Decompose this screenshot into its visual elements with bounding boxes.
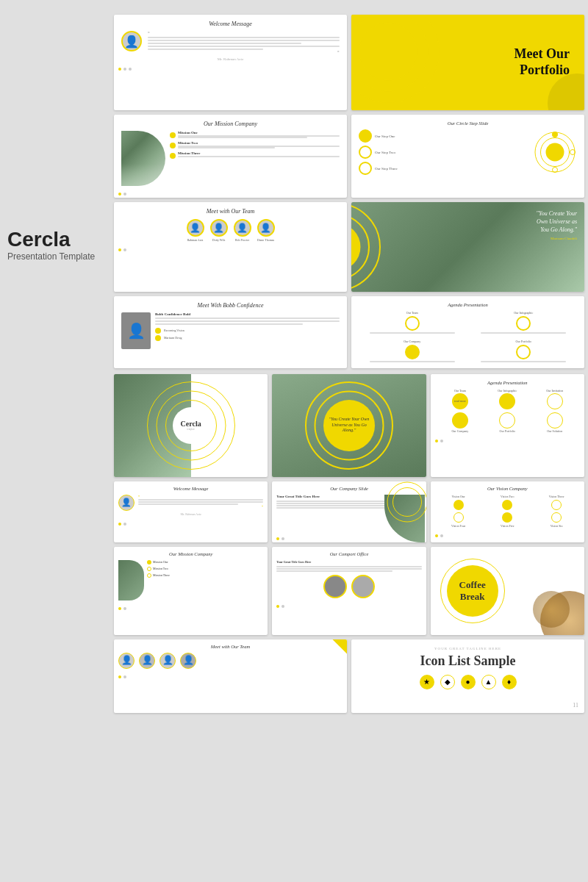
inner-circle xyxy=(546,143,564,162)
mission-dot xyxy=(147,567,151,571)
avatar: 👤 xyxy=(210,219,228,237)
text-line xyxy=(178,137,307,138)
quote-mark-close: ❞ xyxy=(138,505,263,509)
slide-cercla-title[interactable]: Cercla template xyxy=(114,374,268,477)
slide-office[interactable]: Our Comport Office Your Great Title Goes… xyxy=(272,547,426,635)
avatar: 👤 xyxy=(121,31,142,51)
text-line xyxy=(276,505,392,506)
sidebar-title-block: Cercla Presentation Template xyxy=(7,228,114,262)
slide-portfolio-large[interactable]: Meet OurPortfolio xyxy=(351,15,584,110)
vision-label: Vision Five xyxy=(484,524,531,528)
avatar: 👤 xyxy=(257,219,275,237)
slide-coffee-break[interactable]: Coffee Break xyxy=(431,547,584,635)
quote-text: "You Create YourOwn Universe asYou Go Al… xyxy=(359,209,577,234)
slide-title: Our Comport Office xyxy=(276,551,421,556)
agenda-label: Our Team xyxy=(438,389,482,392)
bobb-name: Bobb Confidence Bold xyxy=(155,312,340,316)
team-member: 👤 Dotty Wils xyxy=(210,219,228,242)
team-row: 👤 Rahman Aziz 👤 Dotty Wils 👤 Bob Procter xyxy=(121,219,340,242)
avatar: 👤 xyxy=(139,653,155,669)
slide-mission-sm[interactable]: Our Mission Company Mission One Mission … xyxy=(114,547,268,635)
mission-label: Mission Two xyxy=(153,567,168,570)
slide-welcome-large[interactable]: Welcome Message 👤 ❝ xyxy=(114,15,347,110)
agenda-item: Our Company xyxy=(359,340,466,364)
slide-icon-list[interactable]: YOUR GREAT TAGLINE HERE Icon List Sample… xyxy=(351,639,584,713)
slide-title: Our Vision Company xyxy=(435,486,580,491)
text-line xyxy=(370,332,455,334)
mission-list: Mission One Mission Two Mission Three xyxy=(147,560,263,600)
agenda-circle xyxy=(405,316,420,331)
slide-agenda[interactable]: Agenda Presentation Our Team Our Infogra… xyxy=(351,296,584,368)
vision-label: Vision Four xyxy=(435,524,482,528)
concentric-group: "You Create Your Own Universe as You Go … xyxy=(323,400,375,451)
mission-dot xyxy=(170,153,176,159)
slide-vision[interactable]: Our Vision Company Vision One Vision Two… xyxy=(431,481,584,542)
icon-label: Marisam Desig xyxy=(164,336,182,340)
avatar: 👤 xyxy=(180,653,196,669)
team-member: 👤 Bob Procter xyxy=(234,219,251,242)
step-dot xyxy=(552,167,558,173)
slide-team-sm[interactable]: Meet with Our Team 👤 👤 👤 👤 xyxy=(114,639,347,713)
slide-team[interactable]: Meet with Our Team 👤 Rahman Aziz 👤 Dotty… xyxy=(114,202,347,292)
footer-dot xyxy=(435,440,438,442)
vision-icon xyxy=(453,512,464,523)
ring xyxy=(165,400,217,451)
vision-grid: Vision One Vision Two Vision Three xyxy=(435,495,580,528)
quote-mark-open: ❝ xyxy=(148,31,340,35)
agenda-circle xyxy=(516,345,531,359)
footer-dot xyxy=(276,605,279,608)
slide-bobb[interactable]: Meet With Bobb Confidence 👤 Bobb Confide… xyxy=(114,296,347,368)
agenda-circle-filled xyxy=(405,345,420,359)
welcome-text-area: ❝ ❞ xyxy=(148,31,340,54)
mission-item: Mission One xyxy=(170,131,340,138)
quote-mark-close: ❞ xyxy=(148,50,340,54)
footer-dot xyxy=(440,534,443,537)
text-lines xyxy=(148,37,340,50)
mission-content: Mission One Mission Two xyxy=(121,131,340,186)
circle-container: Coffee Break xyxy=(440,558,506,624)
footer-dot xyxy=(435,534,438,537)
slide-circle-step[interactable]: Our Circle Step Slide Our Step One Our S… xyxy=(351,115,584,198)
team-member: 👤 xyxy=(139,653,155,669)
slide-footer xyxy=(114,190,347,198)
footer-dot xyxy=(282,605,284,608)
nature-img-sm xyxy=(118,560,144,600)
agenda-label: Our Invitation xyxy=(533,389,577,392)
bobb-icons: Becoming Vision xyxy=(155,328,340,334)
coffee-bg2 xyxy=(533,591,570,628)
mission-content-sm: Mission One Mission Two Mission Three xyxy=(118,560,263,600)
slide-welcome-sm[interactable]: Welcome Message 👤 ❝ ❞ Mr. Rahman Aziz xyxy=(114,481,268,542)
vision-label: Vision Three xyxy=(533,495,580,498)
ring xyxy=(392,487,422,517)
text-line xyxy=(138,501,263,503)
slide-agenda-med[interactable]: Agenda Presentation Our Team read more xyxy=(431,374,584,477)
vision-item: Vision Four xyxy=(435,512,482,528)
footer-dot xyxy=(118,675,121,678)
slide-title: Meet With Bobb Confidence xyxy=(121,302,340,309)
slide-company[interactable]: Our Company Slide Your Great Title Goes … xyxy=(272,481,426,542)
mission-text: Mission Three xyxy=(178,151,340,157)
step-dot xyxy=(552,132,558,137)
vision-item: Vision One xyxy=(435,495,482,510)
mission-item: Mission Two xyxy=(170,141,340,148)
slide-footer xyxy=(114,520,268,528)
company-content: Your Great Title Goes Here xyxy=(276,495,421,531)
icon-list-content: YOUR GREAT TAGLINE HERE Icon List Sample… xyxy=(351,639,584,697)
slide-footer xyxy=(114,65,347,73)
person-name: Mr. Rahman Aziz xyxy=(121,57,340,61)
slide-footer xyxy=(114,673,347,681)
vision-item: Vision Six xyxy=(533,512,580,528)
slide-quote[interactable]: "You Create YourOwn Universe asYou Go Al… xyxy=(351,202,584,292)
vision-item: Vision Five xyxy=(484,512,531,528)
slide-mission-large[interactable]: Our Mission Company Mission One xyxy=(114,115,347,198)
agenda-item: Our Portfolio xyxy=(470,340,578,364)
welcome-content: 👤 ❝ ❞ xyxy=(118,495,263,511)
footer-dot xyxy=(118,193,121,196)
circle-diagram xyxy=(533,130,577,174)
row-4: Meet With Bobb Confidence 👤 Bobb Confide… xyxy=(114,296,584,368)
text-line xyxy=(148,43,301,44)
featured-row: Cercla template "You Create Your Own Uni… xyxy=(114,374,584,477)
row-2: Our Mission Company Mission One xyxy=(114,115,584,198)
office-photo xyxy=(351,575,375,598)
slide-quote-med[interactable]: "You Create Your Own Universe as You Go … xyxy=(272,374,426,477)
